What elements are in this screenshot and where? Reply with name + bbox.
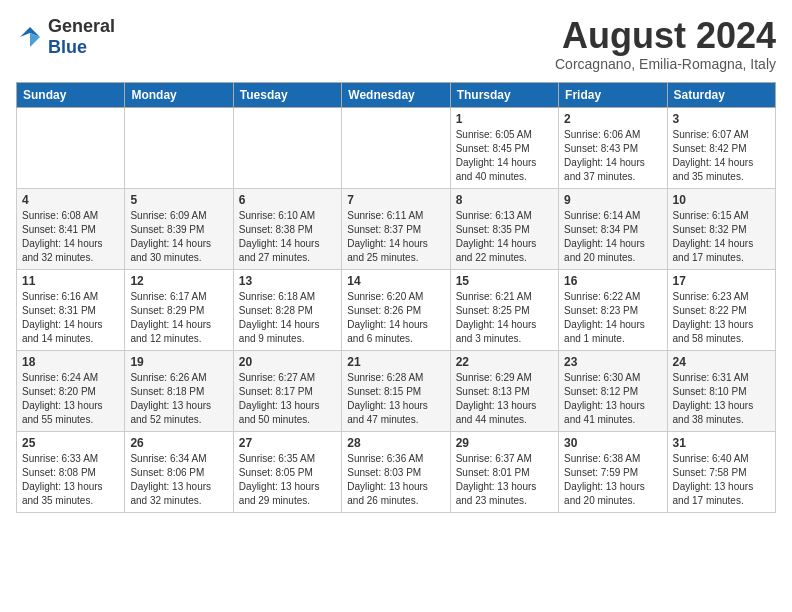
day-number-18: 18: [22, 355, 119, 369]
day-cell-25: 25Sunrise: 6:33 AMSunset: 8:08 PMDayligh…: [17, 431, 125, 512]
day-cell-11: 11Sunrise: 6:16 AMSunset: 8:31 PMDayligh…: [17, 269, 125, 350]
day-number-25: 25: [22, 436, 119, 450]
day-cell-6: 6Sunrise: 6:10 AMSunset: 8:38 PMDaylight…: [233, 188, 341, 269]
day-number-12: 12: [130, 274, 227, 288]
week-row-0: 1Sunrise: 6:05 AMSunset: 8:45 PMDaylight…: [17, 107, 776, 188]
day-header-thursday: Thursday: [450, 82, 558, 107]
svg-marker-1: [30, 33, 40, 47]
day-info-28: Sunrise: 6:36 AMSunset: 8:03 PMDaylight:…: [347, 452, 444, 508]
day-number-28: 28: [347, 436, 444, 450]
day-info-23: Sunrise: 6:30 AMSunset: 8:12 PMDaylight:…: [564, 371, 661, 427]
day-cell-22: 22Sunrise: 6:29 AMSunset: 8:13 PMDayligh…: [450, 350, 558, 431]
day-cell-31: 31Sunrise: 6:40 AMSunset: 7:58 PMDayligh…: [667, 431, 775, 512]
day-number-1: 1: [456, 112, 553, 126]
location: Corcagnano, Emilia-Romagna, Italy: [555, 56, 776, 72]
day-info-31: Sunrise: 6:40 AMSunset: 7:58 PMDaylight:…: [673, 452, 770, 508]
calendar: SundayMondayTuesdayWednesdayThursdayFrid…: [16, 82, 776, 513]
day-cell-18: 18Sunrise: 6:24 AMSunset: 8:20 PMDayligh…: [17, 350, 125, 431]
day-cell-12: 12Sunrise: 6:17 AMSunset: 8:29 PMDayligh…: [125, 269, 233, 350]
day-info-1: Sunrise: 6:05 AMSunset: 8:45 PMDaylight:…: [456, 128, 553, 184]
day-cell-10: 10Sunrise: 6:15 AMSunset: 8:32 PMDayligh…: [667, 188, 775, 269]
day-number-26: 26: [130, 436, 227, 450]
day-number-22: 22: [456, 355, 553, 369]
day-info-9: Sunrise: 6:14 AMSunset: 8:34 PMDaylight:…: [564, 209, 661, 265]
day-info-20: Sunrise: 6:27 AMSunset: 8:17 PMDaylight:…: [239, 371, 336, 427]
day-header-wednesday: Wednesday: [342, 82, 450, 107]
week-row-4: 25Sunrise: 6:33 AMSunset: 8:08 PMDayligh…: [17, 431, 776, 512]
day-info-6: Sunrise: 6:10 AMSunset: 8:38 PMDaylight:…: [239, 209, 336, 265]
day-number-6: 6: [239, 193, 336, 207]
week-row-3: 18Sunrise: 6:24 AMSunset: 8:20 PMDayligh…: [17, 350, 776, 431]
day-header-tuesday: Tuesday: [233, 82, 341, 107]
day-cell-21: 21Sunrise: 6:28 AMSunset: 8:15 PMDayligh…: [342, 350, 450, 431]
day-cell-13: 13Sunrise: 6:18 AMSunset: 8:28 PMDayligh…: [233, 269, 341, 350]
day-cell-7: 7Sunrise: 6:11 AMSunset: 8:37 PMDaylight…: [342, 188, 450, 269]
day-number-20: 20: [239, 355, 336, 369]
day-cell-17: 17Sunrise: 6:23 AMSunset: 8:22 PMDayligh…: [667, 269, 775, 350]
logo-icon: [16, 23, 44, 51]
day-number-19: 19: [130, 355, 227, 369]
day-info-12: Sunrise: 6:17 AMSunset: 8:29 PMDaylight:…: [130, 290, 227, 346]
day-number-30: 30: [564, 436, 661, 450]
logo-blue: Blue: [48, 37, 87, 57]
day-number-13: 13: [239, 274, 336, 288]
empty-cell: [342, 107, 450, 188]
title-area: August 2024 Corcagnano, Emilia-Romagna, …: [555, 16, 776, 72]
day-number-9: 9: [564, 193, 661, 207]
day-cell-27: 27Sunrise: 6:35 AMSunset: 8:05 PMDayligh…: [233, 431, 341, 512]
week-row-2: 11Sunrise: 6:16 AMSunset: 8:31 PMDayligh…: [17, 269, 776, 350]
day-info-22: Sunrise: 6:29 AMSunset: 8:13 PMDaylight:…: [456, 371, 553, 427]
day-cell-30: 30Sunrise: 6:38 AMSunset: 7:59 PMDayligh…: [559, 431, 667, 512]
day-cell-20: 20Sunrise: 6:27 AMSunset: 8:17 PMDayligh…: [233, 350, 341, 431]
day-number-21: 21: [347, 355, 444, 369]
day-number-16: 16: [564, 274, 661, 288]
day-cell-19: 19Sunrise: 6:26 AMSunset: 8:18 PMDayligh…: [125, 350, 233, 431]
day-cell-2: 2Sunrise: 6:06 AMSunset: 8:43 PMDaylight…: [559, 107, 667, 188]
logo-general: General: [48, 16, 115, 36]
day-number-5: 5: [130, 193, 227, 207]
day-info-17: Sunrise: 6:23 AMSunset: 8:22 PMDaylight:…: [673, 290, 770, 346]
day-number-24: 24: [673, 355, 770, 369]
day-cell-16: 16Sunrise: 6:22 AMSunset: 8:23 PMDayligh…: [559, 269, 667, 350]
day-number-27: 27: [239, 436, 336, 450]
day-info-19: Sunrise: 6:26 AMSunset: 8:18 PMDaylight:…: [130, 371, 227, 427]
day-number-31: 31: [673, 436, 770, 450]
day-info-5: Sunrise: 6:09 AMSunset: 8:39 PMDaylight:…: [130, 209, 227, 265]
empty-cell: [233, 107, 341, 188]
day-info-10: Sunrise: 6:15 AMSunset: 8:32 PMDaylight:…: [673, 209, 770, 265]
day-cell-5: 5Sunrise: 6:09 AMSunset: 8:39 PMDaylight…: [125, 188, 233, 269]
day-cell-1: 1Sunrise: 6:05 AMSunset: 8:45 PMDaylight…: [450, 107, 558, 188]
day-cell-4: 4Sunrise: 6:08 AMSunset: 8:41 PMDaylight…: [17, 188, 125, 269]
day-number-8: 8: [456, 193, 553, 207]
empty-cell: [125, 107, 233, 188]
day-info-13: Sunrise: 6:18 AMSunset: 8:28 PMDaylight:…: [239, 290, 336, 346]
day-info-8: Sunrise: 6:13 AMSunset: 8:35 PMDaylight:…: [456, 209, 553, 265]
day-number-10: 10: [673, 193, 770, 207]
day-info-3: Sunrise: 6:07 AMSunset: 8:42 PMDaylight:…: [673, 128, 770, 184]
day-cell-9: 9Sunrise: 6:14 AMSunset: 8:34 PMDaylight…: [559, 188, 667, 269]
day-info-29: Sunrise: 6:37 AMSunset: 8:01 PMDaylight:…: [456, 452, 553, 508]
day-info-11: Sunrise: 6:16 AMSunset: 8:31 PMDaylight:…: [22, 290, 119, 346]
logo: General Blue: [16, 16, 115, 58]
day-number-2: 2: [564, 112, 661, 126]
day-info-27: Sunrise: 6:35 AMSunset: 8:05 PMDaylight:…: [239, 452, 336, 508]
calendar-header-row: SundayMondayTuesdayWednesdayThursdayFrid…: [17, 82, 776, 107]
month-year: August 2024: [555, 16, 776, 56]
day-cell-24: 24Sunrise: 6:31 AMSunset: 8:10 PMDayligh…: [667, 350, 775, 431]
day-cell-26: 26Sunrise: 6:34 AMSunset: 8:06 PMDayligh…: [125, 431, 233, 512]
day-info-4: Sunrise: 6:08 AMSunset: 8:41 PMDaylight:…: [22, 209, 119, 265]
day-header-monday: Monday: [125, 82, 233, 107]
day-cell-15: 15Sunrise: 6:21 AMSunset: 8:25 PMDayligh…: [450, 269, 558, 350]
day-header-saturday: Saturday: [667, 82, 775, 107]
day-info-25: Sunrise: 6:33 AMSunset: 8:08 PMDaylight:…: [22, 452, 119, 508]
day-number-15: 15: [456, 274, 553, 288]
day-number-3: 3: [673, 112, 770, 126]
day-info-30: Sunrise: 6:38 AMSunset: 7:59 PMDaylight:…: [564, 452, 661, 508]
day-number-7: 7: [347, 193, 444, 207]
day-info-26: Sunrise: 6:34 AMSunset: 8:06 PMDaylight:…: [130, 452, 227, 508]
day-info-7: Sunrise: 6:11 AMSunset: 8:37 PMDaylight:…: [347, 209, 444, 265]
day-cell-29: 29Sunrise: 6:37 AMSunset: 8:01 PMDayligh…: [450, 431, 558, 512]
empty-cell: [17, 107, 125, 188]
day-info-15: Sunrise: 6:21 AMSunset: 8:25 PMDaylight:…: [456, 290, 553, 346]
day-number-17: 17: [673, 274, 770, 288]
